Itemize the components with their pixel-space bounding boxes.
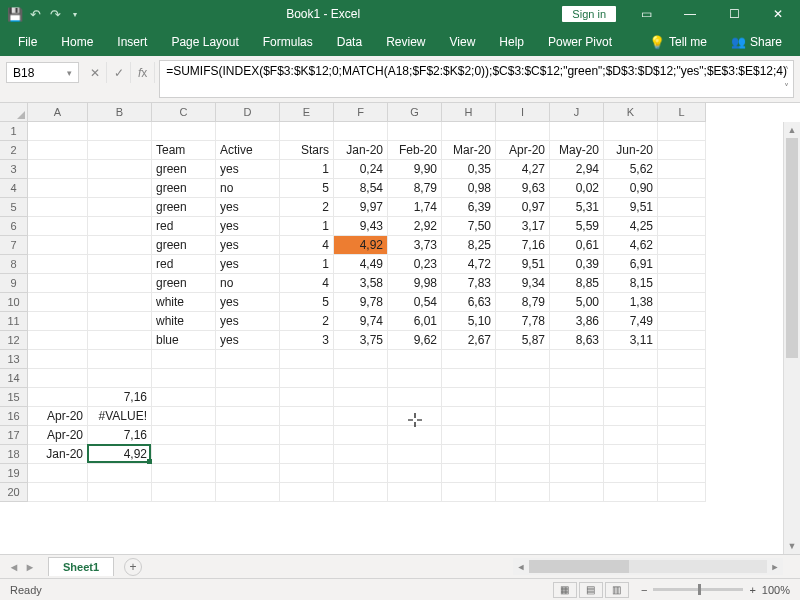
cell-F14[interactable] [334,369,388,388]
cell-F5[interactable]: 9,97 [334,198,388,217]
cell-E16[interactable] [280,407,334,426]
cell-K8[interactable]: 6,91 [604,255,658,274]
zoom-control[interactable]: − + 100% [641,584,790,596]
undo-icon[interactable]: ↶ [26,5,44,23]
fx-icon[interactable]: fx [131,62,155,83]
cell-D18[interactable] [216,445,280,464]
cell-G12[interactable]: 9,62 [388,331,442,350]
cell-B15[interactable]: 7,16 [88,388,152,407]
cell-D6[interactable]: yes [216,217,280,236]
share-button[interactable]: 👥Share [719,28,794,56]
cell-F1[interactable] [334,122,388,141]
cell-D19[interactable] [216,464,280,483]
cell-G4[interactable]: 8,79 [388,179,442,198]
cell-F20[interactable] [334,483,388,502]
cell-F9[interactable]: 3,58 [334,274,388,293]
cell-L13[interactable] [658,350,706,369]
cell-F15[interactable] [334,388,388,407]
cell-E1[interactable] [280,122,334,141]
cell-J19[interactable] [550,464,604,483]
cell-L3[interactable] [658,160,706,179]
cell-I6[interactable]: 3,17 [496,217,550,236]
cell-H9[interactable]: 7,83 [442,274,496,293]
cell-K9[interactable]: 8,15 [604,274,658,293]
cell-G2[interactable]: Feb-20 [388,141,442,160]
cell-D15[interactable] [216,388,280,407]
cell-K14[interactable] [604,369,658,388]
cell-A9[interactable] [28,274,88,293]
cell-A15[interactable] [28,388,88,407]
cell-I12[interactable]: 5,87 [496,331,550,350]
cell-D2[interactable]: Active [216,141,280,160]
tab-view[interactable]: View [438,28,488,56]
cell-A10[interactable] [28,293,88,312]
cell-B13[interactable] [88,350,152,369]
cell-I10[interactable]: 8,79 [496,293,550,312]
formula-expand-icon[interactable]: ˅ [784,80,789,95]
cell-K7[interactable]: 4,62 [604,236,658,255]
cell-I8[interactable]: 9,51 [496,255,550,274]
cell-H6[interactable]: 7,50 [442,217,496,236]
tellme[interactable]: 💡Tell me [637,28,719,56]
rowhead-14[interactable]: 14 [0,369,28,388]
cell-I3[interactable]: 4,27 [496,160,550,179]
cell-C4[interactable]: green [152,179,216,198]
cell-B17[interactable]: 7,16 [88,426,152,445]
tab-page-layout[interactable]: Page Layout [159,28,250,56]
colhead-H[interactable]: H [442,103,496,122]
cell-G10[interactable]: 0,54 [388,293,442,312]
rowhead-1[interactable]: 1 [0,122,28,141]
cell-F12[interactable]: 3,75 [334,331,388,350]
cell-I1[interactable] [496,122,550,141]
cell-B4[interactable] [88,179,152,198]
sheet-nav[interactable]: ◄► [0,561,44,573]
cell-K1[interactable] [604,122,658,141]
cell-E4[interactable]: 5 [280,179,334,198]
cell-L5[interactable] [658,198,706,217]
cell-E6[interactable]: 1 [280,217,334,236]
cell-J18[interactable] [550,445,604,464]
name-box[interactable]: B18▾ [6,62,79,83]
rowhead-17[interactable]: 17 [0,426,28,445]
cell-E2[interactable]: Stars [280,141,334,160]
cell-I18[interactable] [496,445,550,464]
cell-C18[interactable] [152,445,216,464]
cell-H17[interactable] [442,426,496,445]
colhead-F[interactable]: F [334,103,388,122]
cell-A18[interactable]: Jan-20 [28,445,88,464]
add-sheet-button[interactable]: + [124,558,142,576]
rowhead-4[interactable]: 4 [0,179,28,198]
cell-J15[interactable] [550,388,604,407]
hscroll-thumb[interactable] [529,560,629,573]
cell-L8[interactable] [658,255,706,274]
cell-K19[interactable] [604,464,658,483]
cell-L1[interactable] [658,122,706,141]
cell-H19[interactable] [442,464,496,483]
cell-E14[interactable] [280,369,334,388]
cell-H14[interactable] [442,369,496,388]
row-headers[interactable]: 1234567891011121314151617181920 [0,122,28,502]
cell-F17[interactable] [334,426,388,445]
colhead-J[interactable]: J [550,103,604,122]
cell-H16[interactable] [442,407,496,426]
cell-F13[interactable] [334,350,388,369]
zoom-out-icon[interactable]: − [641,584,647,596]
cell-F19[interactable] [334,464,388,483]
cell-D3[interactable]: yes [216,160,280,179]
cell-B12[interactable] [88,331,152,350]
rowhead-13[interactable]: 13 [0,350,28,369]
cell-K13[interactable] [604,350,658,369]
cell-E18[interactable] [280,445,334,464]
cell-A8[interactable] [28,255,88,274]
colhead-A[interactable]: A [28,103,88,122]
view-layout-icon[interactable]: ▤ [579,582,603,598]
tab-home[interactable]: Home [49,28,105,56]
vscroll-thumb[interactable] [786,138,798,358]
cell-J14[interactable] [550,369,604,388]
cell-B20[interactable] [88,483,152,502]
cell-L6[interactable] [658,217,706,236]
rowhead-12[interactable]: 12 [0,331,28,350]
cell-L2[interactable] [658,141,706,160]
scroll-left-icon[interactable]: ◄ [513,562,529,572]
cell-J16[interactable] [550,407,604,426]
